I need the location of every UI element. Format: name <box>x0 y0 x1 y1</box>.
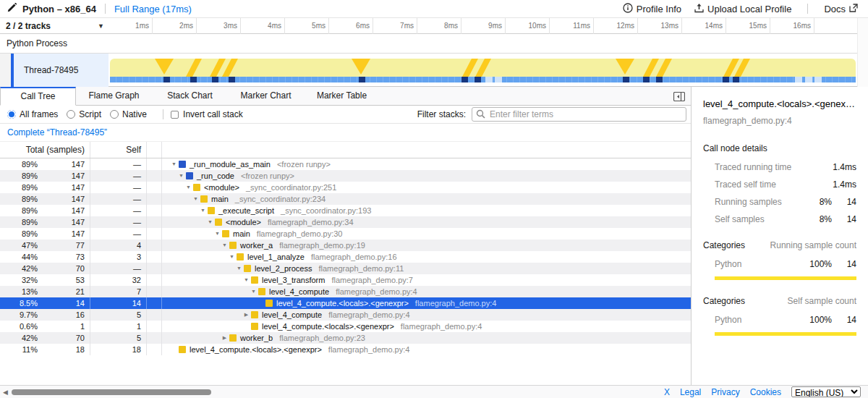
breadcrumb: Complete “Thread-78495” <box>0 124 691 142</box>
docs-link[interactable]: Docs <box>824 4 858 14</box>
sample-marker-light <box>485 77 493 82</box>
total-count: 53 <box>38 274 90 286</box>
timeline-ruler: 2 / 2 tracks ▼ 1ms2ms3ms4ms5ms6ms7ms8ms9… <box>0 18 868 34</box>
thread-activity-graph[interactable] <box>109 54 857 87</box>
function-file: flamegraph_demo.py:23 <box>279 332 365 344</box>
tab-marker-table[interactable]: Marker Table <box>304 87 380 106</box>
detail-percent <box>803 162 832 172</box>
call-tree-row[interactable]: 89%147—▼mainflamegraph_demo.py:30 <box>0 228 691 240</box>
sidebar-detail-row: Traced self time1.4ms <box>715 179 856 190</box>
collapse-arrow-icon[interactable]: ▼ <box>169 158 179 170</box>
call-tree-row[interactable]: 89%147—▼main_sync_coordinator.py:234 <box>0 193 691 205</box>
function-name: _run_code <box>197 170 234 182</box>
function-name: main <box>233 228 250 240</box>
call-tree-row[interactable]: 89%147—▼<module>_sync_coordinator.py:251 <box>0 182 691 193</box>
invert-call-stack-checkbox[interactable]: Invert call stack <box>171 109 243 119</box>
horizontal-scrollbar-thumb[interactable] <box>12 389 211 395</box>
total-samples-cell: 8.5%14 <box>0 297 90 309</box>
total-percent: 89% <box>0 182 38 193</box>
call-tree-row[interactable]: 47%774▼worker_aflamegraph_demo.py:19 <box>0 240 691 251</box>
call-tree-row[interactable]: 11%1818level_4_compute.<locals>.<genexpr… <box>0 344 691 355</box>
thread-track-label[interactable]: Thread-78495 <box>14 54 109 87</box>
scroll-left-arrow-icon[interactable]: ◀ <box>3 389 8 396</box>
radio-all-frames-label: All frames <box>20 109 58 119</box>
column-header-total[interactable]: Total (samples) <box>0 142 90 158</box>
divider <box>105 4 106 14</box>
collapse-arrow-icon[interactable]: ▼ <box>220 240 229 251</box>
collapse-arrow-icon[interactable]: ▼ <box>227 251 237 263</box>
breadcrumb-complete-thread[interactable]: Complete “Thread-78495” <box>7 127 107 137</box>
call-tree-row[interactable]: 32%5332▼level_3_transformflamegraph_demo… <box>0 274 691 286</box>
filter-stacks-input[interactable] <box>472 107 686 122</box>
total-percent: 89% <box>0 216 38 228</box>
total-samples-cell: 13%21 <box>0 286 90 297</box>
sample-marker-dark <box>623 77 629 82</box>
function-file: flamegraph_demo.py:4 <box>336 286 417 297</box>
tab-call-tree[interactable]: Call Tree <box>0 87 76 106</box>
call-tree-row[interactable]: 8.5%1414level_4_compute.<locals>.<genexp… <box>0 297 691 309</box>
tab-stack-chart[interactable]: Stack Chart <box>152 87 228 106</box>
collapse-arrow-icon[interactable]: ▼ <box>191 193 200 205</box>
category-square-icon <box>251 276 258 284</box>
total-samples-cell: 42%70 <box>0 332 90 344</box>
total-percent: 0.6% <box>0 321 38 332</box>
function-file: _sync_coordinator.py:234 <box>235 193 326 205</box>
tab-flame-graph[interactable]: Flame Graph <box>76 87 152 106</box>
call-tree-row[interactable]: 89%147—▼_run_module_as_main<frozen runpy… <box>0 158 691 170</box>
category-square-icon <box>208 207 215 214</box>
call-tree-row[interactable]: 42%705▶worker_bflamegraph_demo.py:23 <box>0 332 691 344</box>
selected-node-title: level_4_compute.<locals>.<genex… <box>703 98 856 109</box>
category-square-icon <box>200 195 208 203</box>
expand-arrow-icon[interactable]: ▶ <box>242 309 251 321</box>
footer-link-cookies[interactable]: Cookies <box>750 387 781 397</box>
function-file: flamegraph_demo.py:4 <box>328 344 410 355</box>
function-cell: ▼level_4_computeflamegraph_demo.py:4 <box>162 286 691 297</box>
profile-info-button[interactable]: Profile Info <box>623 3 681 15</box>
language-select[interactable]: English (US) <box>791 386 861 397</box>
collapse-arrow-icon[interactable]: ▼ <box>213 228 222 240</box>
function-file: flamegraph_demo.py:16 <box>311 251 397 263</box>
call-tree-row[interactable]: 89%147—▼_run_code<frozen runpy> <box>0 170 691 182</box>
sidebar-detail-row: Traced running time1.4ms <box>715 162 856 172</box>
column-header-self[interactable]: Self <box>90 142 147 158</box>
call-tree-row[interactable]: 0.6%11level_4_compute.<locals>.<genexpr>… <box>0 321 691 332</box>
radio-native[interactable]: Native <box>110 109 147 119</box>
footer-link-legal[interactable]: Legal <box>680 387 701 397</box>
x-social-link[interactable]: X <box>664 387 670 397</box>
thread-track[interactable]: Thread-78495 <box>0 54 868 87</box>
row-icon-cell <box>147 286 162 297</box>
sidebar-detail-row: Self samples8%14 <box>715 214 856 224</box>
call-tree-row[interactable]: 42%70—▼level_2_processflamegraph_demo.py… <box>0 263 691 274</box>
collapse-arrow-icon[interactable]: ▼ <box>198 205 208 216</box>
radio-script[interactable]: Script <box>67 109 101 119</box>
row-icon-cell <box>147 321 162 332</box>
footer-bar: ◀ X LegalPrivacyCookies English (US) <box>0 385 868 398</box>
radio-all-frames[interactable]: All frames <box>7 109 58 119</box>
collapse-arrow-icon[interactable]: ▼ <box>249 286 258 297</box>
sidebar-toggle-button[interactable] <box>671 90 687 103</box>
collapse-arrow-icon[interactable]: ▼ <box>242 274 251 286</box>
tracks-dropdown[interactable]: 2 / 2 tracks ▼ <box>6 18 107 34</box>
tab-marker-chart[interactable]: Marker Chart <box>228 87 304 106</box>
collapse-arrow-icon[interactable]: ▼ <box>176 170 186 182</box>
call-tree-row[interactable]: 44%733▼level_1_analyzeflamegraph_demo.py… <box>0 251 691 263</box>
collapse-arrow-icon[interactable]: ▼ <box>205 216 215 228</box>
self-count-cell: — <box>90 170 147 182</box>
upload-profile-button[interactable]: Upload Local Profile <box>694 3 791 15</box>
expand-arrow-icon[interactable]: ▶ <box>220 332 229 344</box>
function-name: worker_a <box>240 240 273 251</box>
call-tree-row[interactable]: 13%217▼level_4_computeflamegraph_demo.py… <box>0 286 691 297</box>
full-range-link[interactable]: Full Range (17ms) <box>114 4 192 14</box>
process-track-header[interactable]: Python Process <box>0 34 868 54</box>
collapse-arrow-icon[interactable]: ▼ <box>184 182 193 193</box>
category-bar <box>715 332 856 336</box>
category-percent: 100% <box>803 259 832 269</box>
call-tree-row[interactable]: 89%147—▼_execute_script_sync_coordinator… <box>0 205 691 216</box>
total-samples-cell: 32%53 <box>0 274 90 286</box>
top-bar: Python – x86_64 Full Range (17ms) Profil… <box>0 0 868 18</box>
footer-link-privacy[interactable]: Privacy <box>711 387 739 397</box>
call-tree-row[interactable]: 89%147—▼<module>flamegraph_demo.py:34 <box>0 216 691 228</box>
edit-pencil-icon[interactable] <box>7 3 17 14</box>
collapse-arrow-icon[interactable]: ▼ <box>234 263 244 274</box>
call-tree-row[interactable]: 9.7%165▶level_4_computeflamegraph_demo.p… <box>0 309 691 321</box>
